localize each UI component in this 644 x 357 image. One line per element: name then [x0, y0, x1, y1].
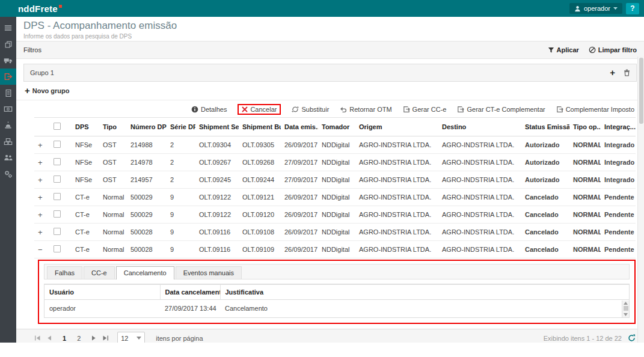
sidebar-item-copy[interactable]: [0, 36, 16, 52]
sidebar-item-menu[interactable]: [0, 20, 16, 36]
filter-group-bar[interactable]: Grupo 1 +: [23, 64, 637, 82]
delete-group-button[interactable]: [624, 69, 630, 76]
sidebar: [0, 17, 16, 343]
sidebar-item-document[interactable]: [0, 85, 16, 101]
row-checkbox[interactable]: [54, 245, 61, 252]
table-row[interactable]: +CT-eNormal5000299OLT.09122OLT.0912126/0…: [34, 189, 636, 206]
gerar-ct-e-complementar-action[interactable]: Gerar CT-e Complementar: [457, 106, 545, 113]
row-checkbox[interactable]: [54, 175, 61, 183]
cell-data-emissao: 26/09/2017: [281, 224, 318, 241]
add-filter-button[interactable]: +: [610, 69, 615, 76]
page-number-2[interactable]: 2: [74, 334, 84, 343]
detail-tab-cc-e[interactable]: CC-e: [84, 266, 115, 279]
row-checkbox[interactable]: [54, 210, 61, 218]
sidebar-item-packages[interactable]: [0, 133, 16, 150]
refresh-icon[interactable]: [628, 334, 636, 342]
row-checkbox[interactable]: [54, 141, 61, 148]
column-header-destino[interactable]: Destino: [438, 118, 521, 136]
next-page-button[interactable]: [91, 335, 96, 341]
row-checkbox[interactable]: [54, 228, 61, 235]
expand-row-button[interactable]: +: [38, 228, 43, 237]
cell-integracao: Pendente: [601, 206, 636, 224]
table-row[interactable]: +CT-eNormal5000289OLT.09116OLT.0910826/0…: [34, 224, 636, 241]
detail-cell-data-cancelamento: 27/09/2017 13:44: [160, 300, 220, 318]
column-header-n-mero-dps[interactable]: Número DPS: [127, 118, 167, 136]
gerar-cc-e-action[interactable]: Gerar CC-e: [403, 106, 447, 113]
table-row[interactable]: −CT-eNormal5000289OLT.09116OLT.0910926/0…: [34, 241, 636, 258]
cell-origem: AGRO-INDSTRIA LTDA.: [355, 154, 438, 171]
column-header-tipo[interactable]: Tipo: [99, 118, 127, 136]
sidebar-item-truck[interactable]: [0, 52, 16, 69]
column-header-integra[interactable]: Integraç...: [601, 118, 636, 136]
select-all-checkbox[interactable]: [54, 123, 61, 130]
new-group-button[interactable]: + Novo grupo: [25, 87, 636, 94]
expand-row-button[interactable]: +: [38, 193, 43, 202]
scroll-down-icon[interactable]: [624, 313, 628, 316]
column-header-shipment-buy[interactable]: Shipment Buy: [239, 118, 281, 136]
cell-tipo-op: NORMAL: [569, 189, 601, 206]
column-header-s-rie-dps[interactable]: Série DPS: [167, 118, 195, 136]
user-icon: [574, 5, 581, 12]
cell-shipment-buy: OLT.09305: [239, 136, 281, 154]
filter-group-label: Grupo 1: [30, 69, 54, 76]
users-icon: [4, 153, 13, 162]
cancelar-action[interactable]: Cancelar: [238, 104, 281, 115]
page-size-select[interactable]: 12: [117, 332, 145, 343]
column-header-origem[interactable]: Origem: [355, 118, 438, 136]
collapse-row-button[interactable]: −: [38, 245, 43, 254]
cell-data-emissao: 27/09/2017: [281, 171, 318, 189]
user-menu-button[interactable]: operador: [569, 3, 622, 14]
expand-row-button[interactable]: +: [38, 141, 43, 150]
cell-select: [50, 136, 72, 154]
table-row[interactable]: +NFSeOST2149572OLT.09245OLT.0924427/09/2…: [34, 171, 636, 189]
previous-page-button[interactable]: [47, 335, 52, 341]
vertical-scrollbar[interactable]: [637, 56, 644, 343]
table-row[interactable]: +NFSeOST2149782OLT.09267OLT.0926827/09/2…: [34, 154, 636, 171]
scrollbar-thumb[interactable]: [639, 58, 643, 124]
table-row[interactable]: +NFSeOST2149882OLT.09304OLT.0930526/09/2…: [34, 136, 636, 154]
sidebar-item-money[interactable]: [0, 101, 16, 117]
retornar-otm-action[interactable]: Retornar OTM: [340, 106, 391, 113]
expand-row-button[interactable]: +: [38, 158, 43, 167]
substituir-action[interactable]: Substituir: [292, 106, 329, 113]
sidebar-item-users[interactable]: [0, 150, 16, 166]
expand-row-button[interactable]: +: [38, 175, 43, 185]
column-header-tipo-op[interactable]: Tipo op...: [569, 118, 601, 136]
detail-tab-cancelamento[interactable]: Cancelamento: [116, 266, 174, 279]
top-bar: nddFrete operador ?: [0, 0, 644, 17]
complementar-imposto-action[interactable]: Complementar Imposto: [556, 106, 634, 113]
expand-row-button[interactable]: +: [38, 210, 43, 219]
cell-integracao: Integrado: [601, 171, 636, 189]
sidebar-item-gears[interactable]: [0, 166, 16, 182]
detail-tab-eventos-manuais[interactable]: Eventos manuais: [176, 266, 242, 279]
cell-data-emissao: 26/09/2017: [281, 206, 318, 224]
column-header-shipment-sell[interactable]: Shipment Sell: [195, 118, 239, 136]
cell-shipment-sell: OLT.09122: [195, 189, 239, 206]
cell-tomador: NDDigital: [318, 189, 355, 206]
column-header-tomador[interactable]: Tomador: [318, 118, 355, 136]
detail-tab-falhas[interactable]: Falhas: [47, 266, 82, 279]
copy-icon: [4, 40, 13, 49]
apply-filter-button[interactable]: Aplicar: [548, 46, 579, 53]
row-checkbox[interactable]: [54, 158, 61, 165]
table-row[interactable]: +CT-eNormal5000299OLT.09122OLT.0912026/0…: [34, 206, 636, 224]
column-header-data-emis[interactable]: Data emis...: [281, 118, 318, 136]
cell-dps: CT-e: [72, 206, 99, 224]
scroll-up-icon[interactable]: [624, 302, 628, 305]
column-header-status-emiss-o[interactable]: Status Emissão: [521, 118, 569, 136]
page-number-1[interactable]: 1: [60, 334, 69, 343]
clear-filter-button[interactable]: Limpar filtro: [589, 46, 637, 53]
cell-origem: AGRO-INDSTRIA LTDA.: [355, 224, 438, 241]
last-page-button[interactable]: [102, 335, 109, 341]
cell-shipment-buy: OLT.09108: [239, 224, 281, 241]
sidebar-item-alarm[interactable]: [0, 117, 16, 133]
sidebar-item-exit[interactable]: [0, 69, 16, 85]
detail-scrollbar[interactable]: [622, 301, 629, 317]
detail-scrollbar-thumb[interactable]: [624, 306, 628, 311]
help-button[interactable]: ?: [626, 3, 639, 14]
detalhes-action[interactable]: Detalhes: [191, 106, 227, 113]
first-page-button[interactable]: [34, 335, 41, 341]
row-checkbox[interactable]: [54, 193, 61, 200]
column-header-dps[interactable]: DPS: [72, 118, 99, 136]
cell-shipment-buy: OLT.09268: [239, 154, 281, 171]
